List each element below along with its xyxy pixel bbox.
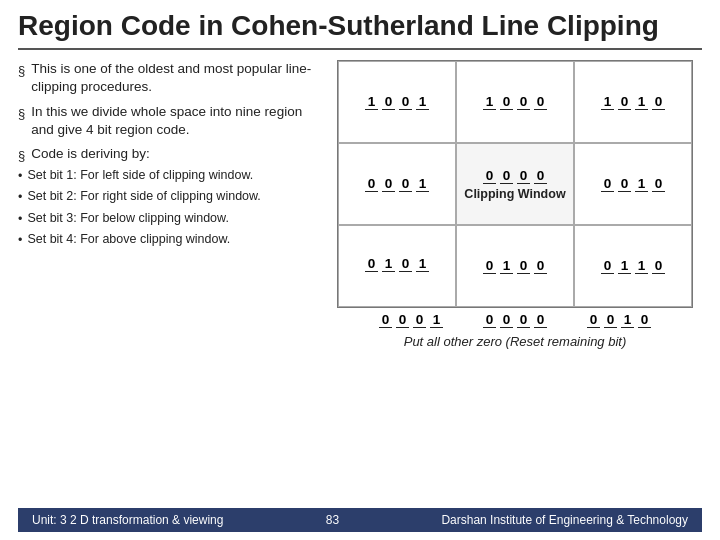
code-2-2: 0 1 1 0 [601,258,665,274]
digit: 0 [652,258,665,274]
bullet-2: § In this we divide whole space into nin… [18,103,320,139]
right-main: 1 0 0 1 1 0 0 0 1 [328,60,702,504]
digit: 1 [635,258,648,274]
bullet-icon-2: § [18,105,25,123]
digit: 0 [365,256,378,272]
digit: 1 [365,94,378,110]
bullet-text-2: In this we divide whole space into nine … [31,103,320,139]
region-cell-0-2: 1 0 1 0 [574,61,692,143]
digit: 0 [618,94,631,110]
bullet-3: § Code is deriving by: [18,145,320,165]
region-cell-2-0: 0 1 0 1 [338,225,456,307]
digit: 0 [483,168,496,184]
digit: 1 [483,94,496,110]
digit: 0 [500,168,513,184]
digit: 0 [534,258,547,274]
digit: 1 [618,258,631,274]
digit: 0 [399,176,412,192]
content-area: § This is one of the oldest and most pop… [18,60,702,504]
digit: 0 [601,258,614,274]
digit: 0 [517,94,530,110]
digit: 0 [618,176,631,192]
digit: 0 [382,176,395,192]
code-0-1: 1 0 0 0 [483,94,547,110]
bullet-icon-1: § [18,62,25,80]
bottom-codes-row: 0 0 0 1 0 0 0 0 0 0 1 0 [379,312,651,328]
digit: 1 [635,176,648,192]
footer: Unit: 3 2 D transformation & viewing 83 … [18,508,702,532]
sub-bullet-dot-3: • [18,211,22,229]
code-0-2: 1 0 1 0 [601,94,665,110]
page-title: Region Code in Cohen-Sutherland Line Cli… [18,10,702,42]
digit: 0 [500,94,513,110]
footer-institution: Darshan Institute of Engineering & Techn… [441,513,688,527]
sub-bullet-2: • Set bit 2: For right side of clipping … [18,188,320,207]
code-1-2: 0 0 1 0 [601,176,665,192]
bullet-text-3: Code is deriving by: [31,145,320,163]
region-cell-1-0: 0 0 0 1 [338,143,456,225]
code-1-1: 0 0 0 0 [483,168,547,184]
code-1-0: 0 0 0 1 [365,176,429,192]
code-0-0: 1 0 0 1 [365,94,429,110]
digit: 0 [534,94,547,110]
code-2-0-top: 0 1 0 1 [365,256,429,272]
bottom-code-left: 0 0 0 1 [379,312,443,328]
sub-bullet-text-3: Set bit 3: For below clipping window. [27,210,229,228]
sub-bullet-4: • Set bit 4: For above clipping window. [18,231,320,250]
page: Region Code in Cohen-Sutherland Line Cli… [0,0,720,540]
digit: 1 [382,256,395,272]
sub-bullet-text-2: Set bit 2: For right side of clipping wi… [27,188,260,206]
bottom-code-mid: 0 0 0 0 [483,312,547,328]
bullet-1: § This is one of the oldest and most pop… [18,60,320,96]
sub-bullet-3: • Set bit 3: For below clipping window. [18,210,320,229]
bullet-text-1: This is one of the oldest and most popul… [31,60,320,96]
region-cell-1-2: 0 0 1 0 [574,143,692,225]
sub-bullet-dot-2: • [18,189,22,207]
bullet-icon-3: § [18,147,25,165]
digit: 0 [652,94,665,110]
put-all-label: Put all other zero (Reset remaining bit) [404,334,627,349]
digit: 0 [517,168,530,184]
digit: 1 [500,258,513,274]
digit: 0 [534,168,547,184]
code-2-1: 0 1 0 0 [483,258,547,274]
region-cell-0-1: 1 0 0 0 [456,61,574,143]
digit: 0 [652,176,665,192]
digit: 1 [635,94,648,110]
sub-bullet-1: • Set bit 1: For left side of clipping w… [18,167,320,186]
region-grid: 1 0 0 1 1 0 0 0 1 [337,60,693,308]
left-column: § This is one of the oldest and most pop… [18,60,328,504]
title-divider [18,48,702,50]
sub-bullet-text-1: Set bit 1: For left side of clipping win… [27,167,253,185]
digit: 0 [382,94,395,110]
sub-bullet-dot-1: • [18,168,22,186]
footer-page: 83 [326,513,339,527]
sub-bullets: • Set bit 1: For left side of clipping w… [18,167,320,250]
region-cell-2-2: 0 1 1 0 [574,225,692,307]
digit: 0 [601,176,614,192]
digit: 1 [416,94,429,110]
sub-bullet-dot-4: • [18,232,22,250]
region-cell-0-0: 1 0 0 1 [338,61,456,143]
footer-unit: Unit: 3 2 D transformation & viewing [32,513,223,527]
digit: 0 [399,256,412,272]
region-cell-1-1: 0 0 0 0 Clipping Window [456,143,574,225]
digit: 0 [483,258,496,274]
clipping-window-label: Clipping Window [464,187,565,201]
digit: 0 [399,94,412,110]
bottom-code-right: 0 0 1 0 [587,312,651,328]
digit: 0 [517,258,530,274]
digit: 0 [365,176,378,192]
digit: 1 [601,94,614,110]
region-cell-2-1: 0 1 0 0 [456,225,574,307]
digit: 1 [416,256,429,272]
sub-bullet-text-4: Set bit 4: For above clipping window. [27,231,230,249]
digit: 1 [416,176,429,192]
